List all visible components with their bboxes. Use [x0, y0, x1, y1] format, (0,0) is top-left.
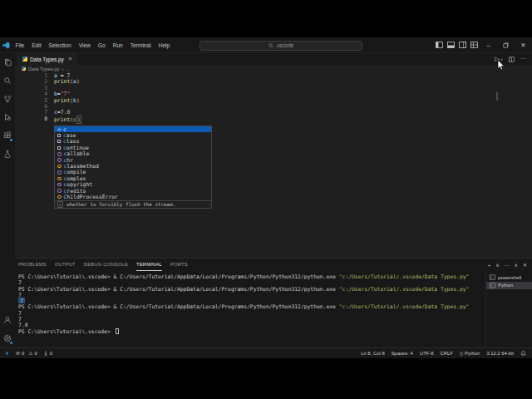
code-line-6[interactable]: 6 — [15, 104, 532, 110]
vscode-logo-icon — [0, 42, 12, 49]
menu-help[interactable]: Help — [155, 42, 174, 48]
status-ln-col[interactable]: Ln 8, Col 8 — [361, 351, 385, 356]
status-language[interactable]: {}Python — [460, 351, 480, 356]
terminal-instance-python[interactable]: Python — [486, 282, 532, 290]
braces-icon: {} — [460, 351, 463, 356]
panel-more-icon[interactable]: ⋯ — [505, 262, 510, 268]
code-line-1[interactable]: 1a = 7 — [15, 73, 532, 79]
terminal-name: powershell — [498, 275, 521, 280]
status-encoding[interactable]: UTF-8 — [420, 351, 434, 356]
testing-icon — [3, 150, 12, 158]
activity-bar — [0, 53, 15, 347]
sidebar-item-explorer[interactable] — [0, 53, 15, 71]
tab-data-types-py[interactable]: Data Types.py ✕ — [17, 53, 77, 65]
minimize-button[interactable]: – — [480, 37, 497, 52]
code-line-8[interactable]: 8print(c) — [15, 116, 532, 122]
radio-tower-icon — [43, 351, 48, 357]
menu-edit[interactable]: Edit — [28, 42, 45, 48]
more-actions-icon[interactable]: ⋯ — [520, 56, 526, 62]
suggest-kind-keyword-icon — [57, 134, 61, 137]
code-line-5[interactable]: 5print(b) — [15, 98, 532, 104]
toggle-secondary-sidebar-icon[interactable] — [456, 37, 468, 52]
panel-tab-problems[interactable]: PROBLEMS — [18, 259, 47, 271]
explorer-icon — [3, 58, 12, 66]
terminal-output[interactable]: PS C:\Users\Tutorial\.vscode> & C:/Users… — [15, 271, 485, 347]
split-editor-icon[interactable] — [509, 57, 515, 62]
run-dropdown-icon[interactable]: ∨ — [500, 57, 503, 62]
suggest-kind-method-icon — [57, 152, 62, 156]
code-text: print(c) — [53, 116, 81, 122]
search-icon — [3, 76, 12, 85]
notifications-bell-icon[interactable] — [520, 350, 526, 357]
breadcrumb[interactable]: Data Types.py › … — [15, 65, 532, 72]
panel-tab-output[interactable]: OUTPUT — [55, 259, 76, 271]
suggest-doc-text: whether to forcibly flush the stream. — [66, 202, 175, 207]
toggle-panel-icon[interactable] — [445, 37, 456, 52]
panel-actions: +∨⋯∧✕ — [488, 262, 532, 268]
panel-tab-terminal[interactable]: TERMINAL — [136, 259, 162, 271]
suggest-kind-class-icon — [57, 177, 62, 181]
sidebar-item-account[interactable] — [0, 311, 15, 329]
menu-terminal[interactable]: Terminal — [126, 42, 155, 48]
sidebar-item-extensions[interactable] — [0, 126, 15, 145]
expand-docs-icon[interactable]: ∨ — [57, 201, 63, 208]
code-line-2[interactable]: 2print(a) — [15, 79, 532, 85]
token: print — [54, 78, 70, 85]
status-text: Python — [465, 351, 480, 356]
code-line-4[interactable]: 4b="7" — [15, 91, 532, 97]
sidebar-item-run-debug[interactable] — [0, 108, 15, 126]
suggest-kind-keyword-icon — [57, 140, 61, 143]
close-panel-icon[interactable]: ✕ — [523, 262, 527, 268]
menu-selection[interactable]: Selection — [45, 42, 75, 48]
menu-go[interactable]: Go — [94, 42, 109, 48]
editor-region: Data Types.py ✕ ▷∨ ⋯ Data Types.py › … — [15, 53, 532, 258]
vscode-window: FileEditSelectionViewGoRunTerminalHelp ←… — [0, 37, 532, 358]
terminal-line: 7 — [18, 292, 485, 298]
editor-tab-bar: Data Types.py ✕ ▷∨ ⋯ — [15, 53, 532, 65]
line-number: 3 — [15, 86, 53, 91]
status-indent[interactable]: Spaces: 4 — [392, 351, 413, 356]
badge-dot — [9, 138, 13, 142]
breadcrumb-file[interactable]: Data Types.py — [28, 66, 60, 71]
suggest-label: ChildProcessError — [64, 194, 118, 200]
maximize-panel-icon[interactable]: ∧ — [515, 262, 518, 268]
suggest-doc-row[interactable]: ∨whether to forcibly flush the stream. — [55, 200, 211, 208]
close-window-button[interactable]: ✕ — [515, 37, 532, 52]
command-center-search[interactable]: .vscode — [200, 41, 362, 51]
breadcrumb-symbol[interactable]: … — [66, 66, 71, 71]
sidebar-item-settings[interactable] — [0, 329, 15, 347]
sidebar-item-testing[interactable] — [0, 145, 15, 163]
problems-status[interactable]: ⊘0 ⚠0 — [16, 351, 37, 356]
terminal-instance-powershell[interactable]: powershell — [486, 273, 532, 282]
code-editor[interactable]: 1a = 72print(a)34b="7"5print(b)67c=7.08p… — [15, 72, 532, 258]
command-argument: "c:/Users/Tutorial/.vscode/Data Types.py… — [339, 303, 470, 309]
sidebar-item-source-control[interactable] — [0, 90, 15, 108]
suggest-kind-text-icon: ab — [57, 127, 61, 131]
token: 7.0 — [61, 109, 71, 116]
terminal-dropdown-icon[interactable]: ∨ — [495, 262, 499, 268]
status-version[interactable]: 3.12.2 64-bit — [486, 351, 514, 356]
suggest-item-c[interactable]: abc — [55, 126, 211, 132]
customize-layout-icon[interactable] — [468, 37, 480, 52]
close-tab-icon[interactable]: ✕ — [68, 56, 72, 62]
menu-run[interactable]: Run — [109, 42, 126, 48]
panel-tab-ports[interactable]: PORTS — [170, 259, 188, 271]
menu-file[interactable]: File — [12, 42, 28, 48]
panel-tab-debug-console[interactable]: DEBUG CONSOLE — [84, 259, 128, 271]
toggle-primary-sidebar-icon[interactable] — [433, 37, 445, 52]
status-eol[interactable]: CRLF — [441, 351, 453, 356]
code-line-7[interactable]: 7c=7.0 — [15, 110, 532, 116]
menu-view[interactable]: View — [75, 42, 94, 48]
line-number: 7 — [15, 110, 53, 116]
code-line-3[interactable]: 3 — [15, 86, 532, 91]
run-python-file-button[interactable]: ▷∨ — [495, 56, 503, 62]
ports-status[interactable]: 0 — [43, 351, 52, 357]
new-terminal-icon[interactable]: + — [488, 263, 491, 268]
sidebar-item-search[interactable] — [0, 71, 15, 90]
suggest-item-callable[interactable]: callable — [55, 151, 211, 157]
scrollbar-marker[interactable] — [496, 92, 498, 101]
restore-button[interactable] — [497, 37, 515, 52]
suggest-item-childprocesserror[interactable]: ChildProcessError — [55, 194, 211, 200]
search-query-text: .vscode — [276, 42, 294, 48]
remote-indicator-icon[interactable] — [4, 350, 10, 357]
